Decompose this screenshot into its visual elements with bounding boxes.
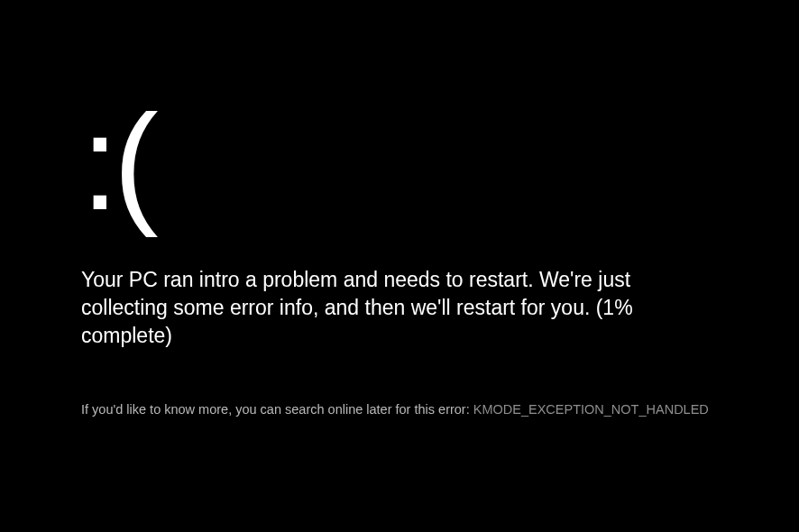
sad-face-icon: :( [81, 95, 712, 230]
main-error-message: Your PC ran intro a problem and needs to… [81, 266, 712, 350]
error-code: KMODE_EXCEPTION_NOT_HANDLED [473, 402, 709, 417]
error-info-prefix: If you'd like to know more, you can sear… [81, 402, 473, 417]
error-screen: :( Your PC ran intro a problem and needs… [81, 95, 712, 417]
error-info-line: If you'd like to know more, you can sear… [81, 402, 712, 417]
